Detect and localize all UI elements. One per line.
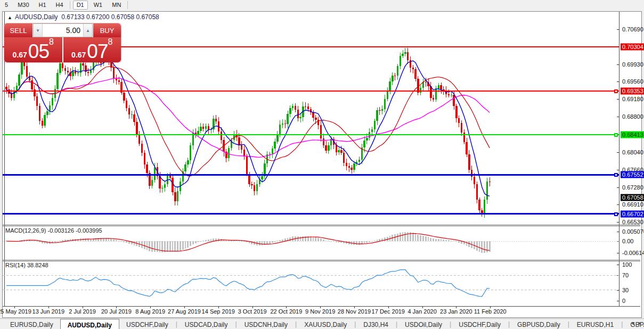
date-tick-label: 14 Sep 2019 [202, 308, 235, 315]
level-price-label: 0.67552 [621, 171, 644, 178]
current-price-label: 0.67058 [621, 194, 644, 201]
date-tick-label: 20 Jul 2019 [101, 308, 132, 315]
tab-gbpusd-daily[interactable]: GBPUSD,Daily [510, 319, 567, 329]
buy-price-pip: 8 [108, 38, 113, 46]
chart-title: ▲AUDUSD,Daily 0.67133 0.67200 0.67058 0.… [7, 13, 159, 21]
tab-scroll-right-icon[interactable]: ► [638, 320, 644, 326]
macd-tick-label: -0.006148 [622, 250, 644, 256]
timeframe-toolbar: 5M30H1H4D1W1MN [0, 0, 644, 10]
buy-price-main: 07 [87, 43, 108, 60]
level-price-label: 0.69353 [621, 88, 644, 95]
date-tick-label: 4 Jan 2020 [407, 308, 436, 315]
price-tick-label: 0.67280 [622, 184, 643, 191]
buy-button[interactable]: BUY [93, 23, 121, 37]
price-tick-label: 0.66910 [622, 201, 643, 208]
tab-usdchf-daily[interactable]: USDCHF,Daily [119, 319, 175, 329]
timeframe-button-mn[interactable]: MN [108, 1, 125, 10]
tab-xauusd-daily[interactable]: XAUUSD,Daily [297, 319, 354, 329]
date-tick-label: 11 Feb 2020 [474, 308, 507, 315]
chart-symbol-label: AUDUSD,Daily [15, 13, 58, 21]
rsi-tick-label: 70 [622, 272, 629, 278]
level-price-label: 0.70304 [621, 44, 644, 51]
chart-ohlc-values: 0.67133 0.67200 0.67058 0.67058 [61, 13, 159, 21]
tab-usdoil-daily[interactable]: USDOil,Daily [398, 319, 449, 329]
volume-increase-button[interactable]: ▲ [83, 24, 92, 37]
volume-decrease-button[interactable]: ▼ [34, 24, 43, 37]
tab-dj30-h4[interactable]: DJ30,H4 [356, 319, 395, 329]
date-tick-label: 27 Aug 2019 [168, 308, 201, 315]
tab-usdchf-daily[interactable]: USDCHF,Daily [452, 319, 508, 329]
buy-price-prefix: 0.67 [71, 50, 86, 60]
toolbar-separator [70, 1, 70, 9]
rsi-indicator-label: RSI(14) 38.8248 [5, 262, 48, 268]
timeframe-button-m30[interactable]: M30 [14, 1, 32, 10]
date-tick-label: 2 Jul 2019 [69, 308, 96, 315]
timeframe-button-h4[interactable]: H4 [52, 1, 67, 10]
price-tick-label: 0.66530 [622, 219, 643, 225]
toolbar-separator [127, 1, 128, 9]
tab-audusd-daily[interactable]: AUDUSD,Daily [60, 319, 119, 329]
chevron-down-icon: ▼ [36, 28, 40, 33]
tab-eurusd-daily[interactable]: EURUSD,Daily [3, 319, 60, 329]
trade-widget-prices: 0.67 05 8 0.67 07 8 [4, 37, 121, 62]
price-tick-label: 0.68800 [622, 113, 643, 120]
price-tick-label: 0.69180 [622, 96, 643, 102]
macd-indicator-label: MACD(12,26,9) -0.003126 -0.003995 [5, 227, 102, 234]
volume-stepper: ▼ ▲ [33, 23, 93, 37]
price-tick-label: 0.70690 [622, 26, 643, 32]
buy-price-panel[interactable]: 0.67 07 8 [63, 37, 121, 62]
date-tick-label: 22 Oct 2019 [270, 308, 302, 315]
level-price-label: 0.68413 [621, 131, 644, 138]
tab-scroll-nav: ◄► [630, 320, 644, 326]
chart-tab-bar: EURUSD,DailyAUDUSD,DailyUSDCHF,Daily|USD… [0, 318, 644, 329]
rsi-tick-label: 0 [622, 298, 625, 304]
date-tick-label: 3 Oct 2019 [238, 308, 267, 315]
date-tick-label: 8 Aug 2019 [135, 308, 165, 315]
timeframe-button-h1[interactable]: H1 [35, 1, 50, 10]
sell-button[interactable]: SELL [4, 23, 32, 37]
macd-tick-label: 0.005076 [622, 228, 644, 235]
macd-tick-label: 0.00 [622, 238, 633, 244]
sell-price-prefix: 0.67 [13, 50, 27, 60]
chevron-up-icon: ▲ [86, 28, 90, 33]
sell-price-main: 05 [28, 43, 49, 60]
rsi-tick-label: 100 [622, 261, 632, 268]
trade-widget-top-row: SELL ▼ ▲ BUY [4, 23, 121, 37]
tab-scroll-left-icon[interactable]: ◄ [630, 320, 638, 326]
sell-price-panel[interactable]: 0.67 05 8 [4, 37, 62, 62]
tab-usdcnh-daily[interactable]: USDCNH,Daily [238, 319, 295, 329]
price-tick-label: 0.69930 [622, 61, 643, 68]
chart-window: ▲AUDUSD,Daily 0.67133 0.67200 0.67058 0.… [2, 11, 642, 318]
mt4-terminal: { "toolbar": { "timeframes": ["5", "M30"… [0, 0, 644, 329]
date-tick-label: 13 Jun 2019 [32, 308, 65, 315]
date-tick-label: 25 May 2019 [0, 308, 31, 315]
collapse-icon[interactable]: ▲ [7, 15, 12, 20]
date-tick-label: 17 Dec 2019 [372, 308, 405, 315]
price-tick-label: 0.68040 [622, 149, 643, 155]
one-click-trade-widget: SELL ▼ ▲ BUY 0.67 05 8 0.67 07 8 [4, 23, 121, 62]
price-tick-label: 0.69560 [622, 78, 643, 85]
tab-eurusd-h1[interactable]: EURUSD,H1 [570, 319, 621, 329]
date-tick-label: 23 Jan 2020 [440, 308, 472, 315]
timeframe-button-w1[interactable]: W1 [90, 1, 107, 10]
sell-price-pip: 8 [49, 38, 54, 46]
timeframe-button-5[interactable]: 5 [1, 1, 12, 10]
tab-usdcad-daily[interactable]: USDCAD,Daily [178, 319, 235, 329]
volume-input[interactable] [43, 24, 83, 37]
level-price-label: 0.66702 [621, 210, 644, 217]
rsi-tick-label: 30 [622, 287, 629, 293]
timeframe-button-d1[interactable]: D1 [73, 1, 88, 10]
date-tick-label: 28 Nov 2019 [338, 308, 371, 315]
date-tick-label: 9 Nov 2019 [305, 308, 335, 315]
